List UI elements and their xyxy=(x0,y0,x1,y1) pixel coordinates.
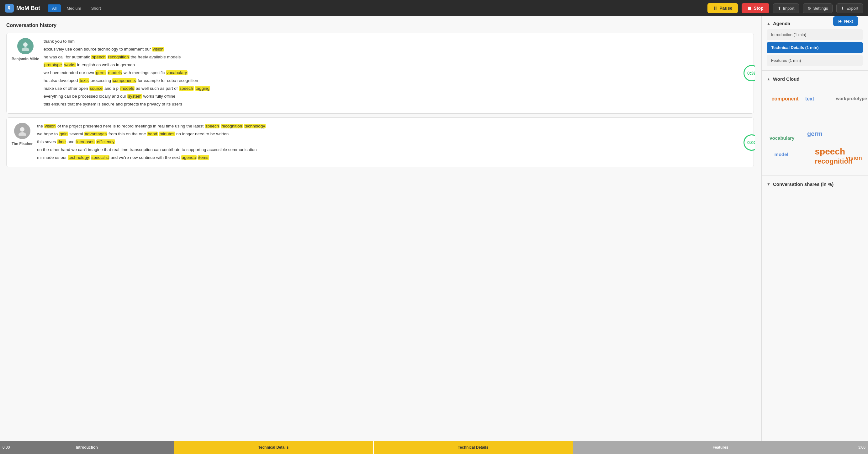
conv-shares-title: Conversation shares (in %) xyxy=(773,181,834,187)
timeline-segment-3: Features xyxy=(573,441,868,454)
wordcloud-section-header[interactable]: ▲ Word Cloud xyxy=(762,72,868,85)
conv-shares-header[interactable]: ▼ Conversation shares (in %) xyxy=(762,177,868,190)
conversation-history-title: Conversation history xyxy=(6,23,755,28)
app-logo: 🎙 MoM Bot xyxy=(5,4,40,12)
main-content: Conversation history Benjamin Mildethank… xyxy=(0,16,868,441)
conv-line-0-3: prototype works in english as well as in… xyxy=(43,61,748,69)
wordcloud-section: ▲ Word Cloud componenttextworkprototypev… xyxy=(762,72,868,174)
agenda-title: Agenda xyxy=(773,21,790,26)
timeline-segment-2: Technical Details xyxy=(373,441,573,454)
svg-point-0 xyxy=(23,42,28,47)
agenda-item-1[interactable]: Technical Details (1 min) xyxy=(767,42,863,53)
word-cloud-word-7: speech xyxy=(815,147,845,157)
stop-button[interactable]: ⏹ Stop xyxy=(742,3,769,13)
import-button[interactable]: ⬆ Import xyxy=(773,3,799,13)
word-cloud-words: componenttextworkprototypevocabularygerm… xyxy=(767,88,863,170)
speaker-name-0: Benjamin Milde xyxy=(11,57,39,61)
timeline-start: 0:00 xyxy=(2,445,10,450)
agenda-header-row: ▲ Agenda ⏭ Next xyxy=(762,16,868,29)
svg-point-1 xyxy=(22,48,29,51)
conv-line-0-2: he was cali for automatic speech recogni… xyxy=(43,54,748,61)
word-cloud-area: componenttextworkprototypevocabularygerm… xyxy=(762,85,868,174)
conv-line-1-2: this saves time and increases efficiency xyxy=(37,139,748,146)
import-label: Import xyxy=(783,6,795,11)
next-icon: ⏭ xyxy=(838,19,842,24)
conv-line-1-0: the vision of the project presented here… xyxy=(37,123,748,130)
topbar: 🎙 MoM Bot All Medium Short ⏸ Pause ⏹ Sto… xyxy=(0,0,868,16)
conv-line-0-4: we have extended our own germ models wit… xyxy=(43,69,748,77)
word-cloud-word-9: vision xyxy=(846,155,862,161)
timeline-end: 3:00 xyxy=(858,445,866,450)
settings-button[interactable]: ⚙ Settings xyxy=(803,3,833,13)
conv-line-0-1: exclusively use open source technology t… xyxy=(43,46,748,53)
conv-line-1-3: on the other hand we can't imagine that … xyxy=(37,146,748,153)
wordcloud-title: Word Cloud xyxy=(773,76,800,82)
next-button[interactable]: ⏭ Next xyxy=(833,16,858,26)
conv-line-1-4: mr made us our technology specialist and… xyxy=(37,154,748,161)
timeline-segments: IntroductionTechnical DetailsTechnical D… xyxy=(0,441,868,454)
export-button[interactable]: ⬇ Export xyxy=(836,3,863,13)
word-cloud-word-4: vocabulary xyxy=(770,135,794,141)
conv-shares-section: ▼ Conversation shares (in %) xyxy=(762,177,868,193)
wordcloud-chevron-icon: ▲ xyxy=(767,77,771,81)
word-cloud-word-6: model xyxy=(775,152,788,157)
pause-icon: ⏸ xyxy=(713,6,717,11)
agenda-items: Introduction (1 min)Technical Details (1… xyxy=(762,29,868,69)
settings-icon: ⚙ xyxy=(807,6,811,11)
agenda-chevron-icon: ▲ xyxy=(767,21,771,26)
conv-line-0-0: thank you to him xyxy=(43,38,748,45)
conv-line-0-6: make use of other open source and a p mo… xyxy=(43,85,748,92)
conv-line-0-8: this ensures that the system is secure a… xyxy=(43,101,748,108)
agenda-item-2[interactable]: Features (1 min) xyxy=(767,55,863,66)
conv-content-1: the vision of the project presented here… xyxy=(37,123,748,162)
right-panel: ▲ Agenda ⏭ Next Introduction (1 min)Tech… xyxy=(762,16,868,441)
timeline-bar: 0:00 IntroductionTechnical DetailsTechni… xyxy=(0,441,868,454)
app-logo-icon: 🎙 xyxy=(5,4,14,12)
timeline-cursor xyxy=(373,441,374,454)
next-label: Next xyxy=(844,19,853,24)
speaker-name-1: Tim Fischer xyxy=(11,142,33,146)
export-label: Export xyxy=(846,6,858,11)
conversation-card-1: Tim Fischerthe vision of the project pre… xyxy=(6,117,754,167)
conv-line-0-7: everything can be processed locally and … xyxy=(43,93,748,100)
conv-line-0-5: he also developed texts processing compo… xyxy=(43,77,748,84)
filter-group: All Medium Short xyxy=(48,4,105,12)
topbar-controls: ⏸ Pause ⏹ Stop ⬆ Import ⚙ Settings ⬇ Exp… xyxy=(708,3,863,13)
conv-content-0: thank you to himexclusively use open sou… xyxy=(43,38,748,108)
avatar-1 xyxy=(14,123,30,139)
timeline-segment-1: Technical Details xyxy=(174,441,373,454)
left-panel: Conversation history Benjamin Mildethank… xyxy=(0,16,762,441)
agenda-section: ▲ Agenda ⏭ Next Introduction (1 min)Tech… xyxy=(762,16,868,69)
stop-icon: ⏹ xyxy=(747,6,752,11)
word-cloud-word-3: prototype xyxy=(847,96,867,101)
app-name: MoM Bot xyxy=(16,5,40,11)
word-cloud-word-0: component xyxy=(771,96,798,102)
conversation-list: Benjamin Mildethank you to himexclusivel… xyxy=(6,33,755,434)
timeline-segment-0: Introduction xyxy=(0,441,174,454)
filter-all[interactable]: All xyxy=(48,4,61,12)
stop-label: Stop xyxy=(753,6,763,11)
word-cloud-word-5: germ xyxy=(807,130,823,138)
pause-label: Pause xyxy=(719,6,732,11)
svg-point-3 xyxy=(19,132,26,136)
conv-shares-chevron-icon: ▼ xyxy=(767,182,771,187)
word-cloud-word-2: work xyxy=(836,96,846,101)
agenda-item-0[interactable]: Introduction (1 min) xyxy=(767,29,863,40)
filter-short[interactable]: Short xyxy=(87,4,105,12)
agenda-section-header[interactable]: ▲ Agenda xyxy=(762,16,795,29)
pause-button[interactable]: ⏸ Pause xyxy=(708,3,738,13)
avatar-0 xyxy=(17,38,34,54)
svg-point-2 xyxy=(20,127,25,132)
word-cloud-word-1: text xyxy=(805,96,814,102)
import-icon: ⬆ xyxy=(778,6,781,11)
conv-line-1-1: we hope to gain several advantages from … xyxy=(37,131,748,138)
settings-label: Settings xyxy=(813,6,828,11)
export-icon: ⬇ xyxy=(841,6,844,11)
conversation-card-0: Benjamin Mildethank you to himexclusivel… xyxy=(6,33,754,114)
filter-medium[interactable]: Medium xyxy=(62,4,85,12)
